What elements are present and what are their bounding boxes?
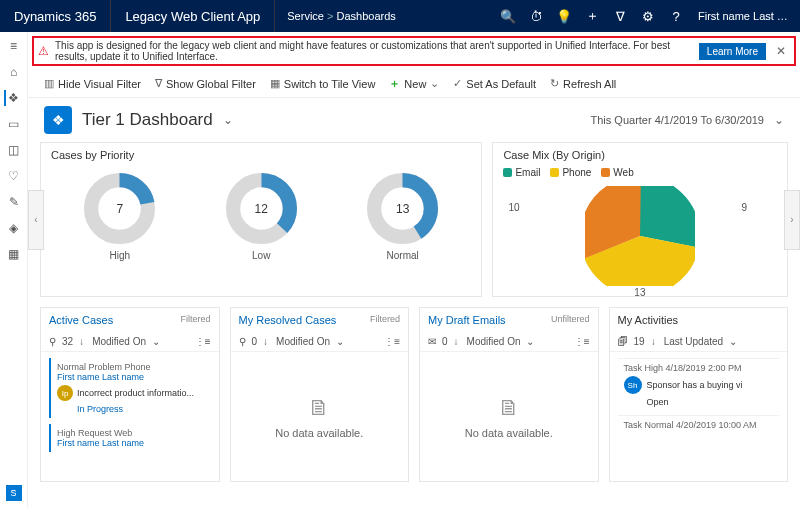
activity-row[interactable]: Task High 4/18/2019 2:00 PM ShSponsor ha…	[618, 358, 780, 411]
learn-more-button[interactable]: Learn More	[699, 43, 766, 60]
rail-dashboard-icon[interactable]: ❖	[4, 90, 20, 106]
donut-low[interactable]: 12 Low	[224, 171, 299, 261]
rail-area-switcher[interactable]: S	[6, 485, 22, 501]
drafts-controls[interactable]: ✉0↓Modified On⌄⋮≡	[420, 332, 598, 352]
priority-card-header: Cases by Priority	[41, 143, 481, 167]
refresh-button[interactable]: ↻Refresh All	[550, 77, 616, 90]
rail-entity4-icon[interactable]: ✎	[6, 194, 22, 210]
breadcrumb-page[interactable]: Dashboards	[337, 10, 396, 22]
refresh-icon: ↻	[550, 77, 559, 90]
document-icon: 🗎	[308, 395, 330, 421]
cases-by-priority-card: Cases by Priority 7 High 12 Low 13 Norma	[40, 142, 482, 297]
visual-filter-icon: ▥	[44, 77, 54, 90]
activities-controls[interactable]: 🗐19↓Last Updated⌄	[610, 332, 788, 352]
add-icon[interactable]: ＋	[578, 0, 606, 32]
show-global-filter-button[interactable]: ∇Show Global Filter	[155, 77, 256, 90]
avatar: Sh	[624, 376, 642, 394]
rail-entity1-icon[interactable]: ▭	[6, 116, 22, 132]
rail-entity2-icon[interactable]: ◫	[6, 142, 22, 158]
top-nav-bar: Dynamics 365 Legacy Web Client App Servi…	[0, 0, 800, 32]
legacy-warning-banner: ⚠ This app is designed for the legacy we…	[32, 36, 796, 66]
funnel-icon: ∇	[155, 77, 162, 90]
tile-icon: ▦	[270, 77, 280, 90]
help-icon[interactable]: ?	[662, 0, 690, 32]
dashboard-title-bar: ❖ Tier 1 Dashboard ⌄ This Quarter 4/1/20…	[28, 98, 800, 142]
case-icon: ⚲	[239, 336, 246, 347]
rail-entity3-icon[interactable]: ♡	[6, 168, 22, 184]
chevron-down-icon[interactable]: ⌄	[729, 336, 737, 347]
chevron-down-icon[interactable]: ⌄	[526, 336, 534, 347]
warning-icon: ⚠	[38, 44, 49, 58]
list-settings-icon[interactable]: ⋮≡	[384, 336, 400, 347]
my-activities-pane: My Activities 🗐19↓Last Updated⌄ Task Hig…	[609, 307, 789, 482]
rail-entity5-icon[interactable]: ◈	[6, 220, 22, 236]
gear-icon[interactable]: ⚙	[634, 0, 662, 32]
document-icon: 🗎	[498, 395, 520, 421]
scroll-left-button[interactable]: ‹	[28, 190, 44, 250]
case-icon: ⚲	[49, 336, 56, 347]
switch-tile-view-button[interactable]: ▦Switch to Tile View	[270, 77, 376, 90]
case-row[interactable]: Normal Problem Phone First name Last nam…	[49, 358, 211, 418]
dashboard-icon: ❖	[44, 106, 72, 134]
new-button[interactable]: ＋New ⌄	[389, 76, 439, 91]
case-row[interactable]: High Request Web First name Last name	[49, 424, 211, 452]
date-range[interactable]: This Quarter 4/1/2019 To 6/30/2019	[591, 114, 764, 126]
page-title[interactable]: Tier 1 Dashboard	[82, 110, 213, 130]
activity-row[interactable]: Task Normal 4/20/2019 10:00 AM	[618, 415, 780, 434]
close-icon[interactable]: ✕	[772, 44, 790, 58]
list-settings-icon[interactable]: ⋮≡	[574, 336, 590, 347]
rail-entity6-icon[interactable]: ▦	[6, 246, 22, 262]
rail-home-icon[interactable]: ⌂	[6, 64, 22, 80]
mix-card-header: Case Mix (By Origin)	[493, 143, 787, 167]
mix-pie[interactable]: 10 9 13	[493, 182, 787, 296]
warning-text: This app is designed for the legacy web …	[55, 40, 693, 62]
hide-visual-filter-button[interactable]: ▥Hide Visual Filter	[44, 77, 141, 90]
app-name[interactable]: Legacy Web Client App	[110, 0, 275, 32]
timer-icon[interactable]: ⏱	[522, 0, 550, 32]
activity-icon: 🗐	[618, 336, 628, 347]
active-controls[interactable]: ⚲32↓Modified On⌄⋮≡	[41, 332, 219, 352]
search-icon[interactable]: 🔍	[494, 0, 522, 32]
scroll-right-button[interactable]: ›	[784, 190, 800, 250]
active-cases-pane: Active CasesFiltered ⚲32↓Modified On⌄⋮≡ …	[40, 307, 220, 482]
rail-menu-icon[interactable]: ≡	[6, 38, 22, 54]
bulb-icon[interactable]: 💡	[550, 0, 578, 32]
case-mix-card: Case Mix (By Origin) Email Phone Web 10	[492, 142, 788, 297]
mail-icon: ✉	[428, 336, 436, 347]
filter-icon[interactable]: ∇	[606, 0, 634, 32]
chevron-down-icon[interactable]: ⌄	[336, 336, 344, 347]
command-bar: ▥Hide Visual Filter ∇Show Global Filter …	[28, 70, 800, 98]
left-rail: ≡ ⌂ ❖ ▭ ◫ ♡ ✎ ◈ ▦ S	[0, 32, 28, 507]
mix-legend: Email Phone Web	[493, 167, 787, 182]
breadcrumb[interactable]: Service > Dashboards	[275, 10, 408, 22]
chevron-down-icon[interactable]: ⌄	[152, 336, 160, 347]
donut-normal[interactable]: 13 Normal	[365, 171, 440, 261]
plus-icon: ＋	[389, 76, 400, 91]
avatar: Ip	[57, 385, 73, 401]
breadcrumb-area[interactable]: Service	[287, 10, 324, 22]
resolved-controls[interactable]: ⚲0↓Modified On⌄⋮≡	[231, 332, 409, 352]
title-chevron-icon[interactable]: ⌄	[223, 113, 233, 127]
brand-label[interactable]: Dynamics 365	[0, 9, 110, 24]
resolved-cases-pane: My Resolved CasesFiltered ⚲0↓Modified On…	[230, 307, 410, 482]
chevron-down-icon: ⌄	[430, 77, 439, 90]
check-icon: ✓	[453, 77, 462, 90]
draft-emails-pane: My Draft EmailsUnfiltered ✉0↓Modified On…	[419, 307, 599, 482]
range-chevron-icon[interactable]: ⌄	[774, 113, 784, 127]
donut-high[interactable]: 7 High	[82, 171, 157, 261]
set-default-button[interactable]: ✓Set As Default	[453, 77, 536, 90]
user-menu[interactable]: First name Last na...	[690, 10, 800, 22]
list-settings-icon[interactable]: ⋮≡	[195, 336, 211, 347]
